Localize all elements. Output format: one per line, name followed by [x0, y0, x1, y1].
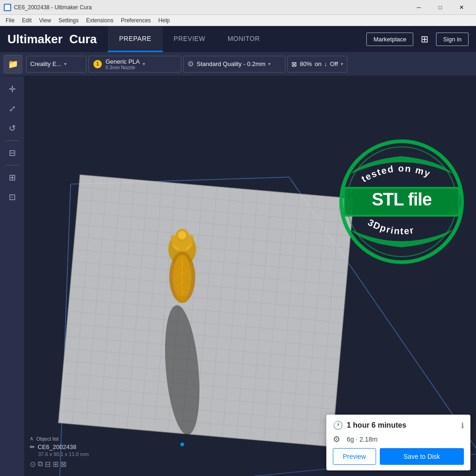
content: ✛ ⤢ ↺ ⊟ ⊞ ⊡ — [0, 76, 476, 476]
left-toolbar: ✛ ⤢ ↺ ⊟ ⊞ ⊡ — [0, 76, 24, 476]
move-tool-button[interactable]: ✛ — [4, 81, 20, 98]
material-nozzle: 0.3mm Nozzle — [106, 65, 135, 70]
support-label: 80% — [300, 60, 312, 67]
svg-point-53 — [178, 240, 186, 253]
material-arrow-icon: ▾ — [143, 61, 145, 66]
nav-tabs: PREPARE PREVIEW MONITOR — [108, 26, 366, 52]
close-button[interactable]: ✕ — [451, 0, 472, 15]
object-name: ✏ CE6_2002438 — [30, 443, 321, 450]
menu-file[interactable]: File — [2, 16, 18, 25]
menu-view[interactable]: View — [35, 16, 55, 25]
top-nav: Ultimaker Cura PREPARE PREVIEW MONITOR M… — [0, 26, 476, 52]
svg-text:3Dprinter: 3Dprinter — [366, 217, 415, 236]
logo: Ultimaker Cura — [7, 32, 97, 46]
print-material-row: ⚙ 6g · 2.18m — [333, 434, 464, 444]
material-info: Generic PLA 0.3mm Nozzle — [106, 58, 140, 70]
print-panel: 🕐 1 hour 6 minutes ℹ ⚙ 6g · 2.18m Previe… — [326, 415, 470, 470]
tool-separator-2 — [5, 165, 19, 165]
grid-icon-button[interactable]: ⊞ — [417, 32, 432, 46]
stl-stamp-svg: tested on my 3Dprinter STL file — [337, 137, 467, 267]
material-badge: 1 — [93, 59, 103, 69]
print-actions: Preview Save to Disk — [333, 448, 464, 465]
preview-button[interactable]: Preview — [333, 448, 376, 465]
obj-icon-5[interactable]: ⊠ — [60, 460, 66, 469]
support-dropdown-icon: ▾ — [341, 61, 343, 66]
scale-tool-button[interactable]: ⤢ — [4, 100, 20, 117]
tab-preview[interactable]: PREVIEW — [163, 26, 217, 52]
title-bar: CE6_2002438 - Ultimaker Cura ─ □ ✕ — [0, 0, 476, 15]
info-icon[interactable]: ℹ — [461, 421, 464, 430]
obj-icon-1[interactable]: ⊙ — [30, 460, 36, 469]
menu-bar: File Edit View Settings Extensions Prefe… — [0, 15, 476, 26]
clock-icon: 🕐 — [333, 420, 343, 430]
menu-edit[interactable]: Edit — [18, 16, 35, 25]
bottom-panel: ∧ Object list ✏ CE6_2002438 37.6 x 90.1 … — [24, 425, 476, 476]
obj-icon-2[interactable]: ⧉ — [38, 460, 43, 469]
logo-second: Cura — [69, 32, 97, 46]
object-list-header[interactable]: ∧ Object list — [30, 436, 321, 442]
marketplace-button[interactable]: Marketplace — [366, 33, 413, 46]
printer-selector[interactable]: Creality E... ▾ — [26, 56, 86, 73]
material-name: Generic PLA — [106, 58, 140, 65]
svg-point-50 — [178, 231, 186, 239]
menu-extensions[interactable]: Extensions — [82, 16, 117, 25]
tab-monitor[interactable]: MONITOR — [217, 26, 271, 52]
obj-icon-4[interactable]: ⊞ — [53, 460, 59, 469]
support-arrow-icon: ↓ — [324, 60, 328, 67]
printer-name: Creality E... — [30, 60, 61, 67]
tab-prepare[interactable]: PREPARE — [108, 26, 162, 52]
app-icon — [4, 4, 11, 11]
print-time: 1 hour 6 minutes — [347, 421, 457, 430]
object-list-section: ∧ Object list ✏ CE6_2002438 37.6 x 90.1 … — [30, 436, 321, 470]
material-icon: ⚙ — [333, 434, 343, 444]
tool-separator-1 — [5, 140, 19, 141]
viewport[interactable]: tested on my 3Dprinter STL file — [24, 76, 476, 476]
app: Ultimaker Cura PREPARE PREVIEW MONITOR M… — [0, 26, 476, 476]
window-controls[interactable]: ─ □ ✕ — [408, 0, 472, 15]
minimize-button[interactable]: ─ — [408, 0, 430, 15]
toolbar: 📁 Creality E... ▾ 1 Generic PLA 0.3mm No… — [0, 52, 476, 76]
open-folder-button[interactable]: 📁 — [4, 55, 22, 73]
menu-help[interactable]: Help — [155, 16, 174, 25]
edit-icon: ✏ — [30, 443, 35, 450]
object-name-text: CE6_2002438 — [38, 443, 76, 450]
nav-right: Marketplace ⊞ Sign in — [366, 32, 469, 46]
quality-label: Standard Quality - 0.2mm — [197, 60, 265, 67]
object-icons: ⊙ ⧉ ⊟ ⊞ ⊠ — [30, 460, 321, 469]
settings-icon: ⚙ — [187, 60, 194, 68]
object-list-collapse-icon: ∧ — [30, 436, 33, 442]
object-dimensions: 37.6 x 90.1 x 11.0 mm — [38, 451, 321, 457]
material-selector[interactable]: 1 Generic PLA 0.3mm Nozzle ▾ — [88, 56, 181, 73]
object-list-label: Object list — [36, 436, 59, 442]
save-to-disk-button[interactable]: Save to Disk — [380, 448, 464, 465]
menu-preferences[interactable]: Preferences — [117, 16, 155, 25]
rotate-tool-button[interactable]: ↺ — [4, 120, 20, 137]
support-on-label: on — [315, 60, 321, 67]
maximize-button[interactable]: □ — [430, 0, 451, 15]
print-time-row: 🕐 1 hour 6 minutes ℹ — [333, 420, 464, 430]
menu-settings[interactable]: Settings — [55, 16, 82, 25]
svg-text:STL file: STL file — [372, 190, 432, 209]
printer-arrow-icon: ▾ — [64, 61, 66, 66]
support-off-label: Off — [330, 60, 338, 67]
arrange-tool-button[interactable]: ⊞ — [4, 169, 20, 186]
svg-rect-0 — [5, 5, 10, 10]
quality-arrow-icon: ▾ — [268, 61, 271, 66]
title-bar-text: CE6_2002438 - Ultimaker Cura — [14, 4, 92, 11]
support-selector[interactable]: ⊠ 80% on ↓ Off ▾ — [287, 56, 347, 73]
title-bar-left: CE6_2002438 - Ultimaker Cura — [4, 4, 92, 11]
logo-first: Ultimaker — [7, 32, 63, 46]
sign-in-button[interactable]: Sign in — [436, 33, 469, 46]
stl-stamp: tested on my 3Dprinter STL file — [337, 137, 467, 267]
obj-icon-3[interactable]: ⊟ — [45, 460, 51, 469]
svg-point-63 — [177, 296, 188, 303]
support-icon: ⊠ — [291, 60, 297, 68]
mirror-tool-button[interactable]: ⊟ — [4, 145, 20, 161]
per-model-button[interactable]: ⊡ — [4, 189, 20, 205]
print-material: 6g · 2.18m — [347, 436, 377, 443]
logo-text: Ultimaker Cura — [7, 32, 97, 46]
quality-selector[interactable]: ⚙ Standard Quality - 0.2mm ▾ — [183, 56, 285, 73]
folder-icon: 📁 — [8, 59, 18, 69]
